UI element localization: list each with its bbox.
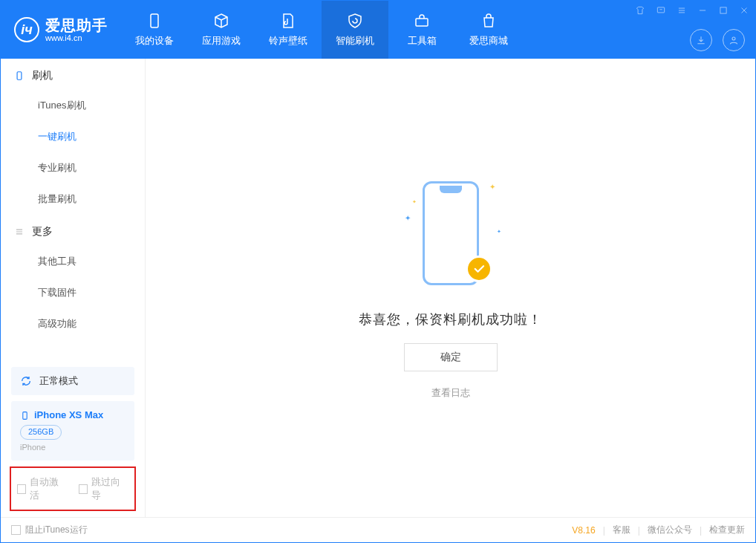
svg-rect-6	[23, 412, 27, 419]
svg-rect-5	[17, 72, 22, 80]
nav-my-device[interactable]: 我的设备	[121, 1, 188, 59]
nav-label: 铃声壁纸	[269, 34, 307, 48]
sidebar-item-batch-flash[interactable]: 批量刷机	[1, 183, 145, 215]
mode-label: 正常模式	[39, 374, 78, 388]
svg-point-4	[732, 37, 735, 40]
sidebar-item-other-tools[interactable]: 其他工具	[1, 246, 145, 277]
option-label: 阻止iTunes运行	[25, 524, 88, 536]
feedback-icon[interactable]	[654, 4, 668, 17]
view-log-link[interactable]: 查看日志	[431, 386, 470, 400]
section-title: 更多	[32, 225, 53, 238]
app-body: 刷机 iTunes刷机 一键刷机 专业刷机 批量刷机 更多 其他工具 下载固件 …	[1, 59, 755, 517]
svg-rect-3	[720, 7, 726, 13]
checkmark-badge-icon	[466, 256, 492, 282]
checkbox-icon[interactable]	[17, 484, 26, 494]
svg-rect-0	[151, 14, 158, 27]
sidebar-bottom: 正常模式 iPhone XS Max 256GB iPhone 自动激活 跳过向…	[1, 361, 145, 517]
device-capacity: 256GB	[20, 425, 62, 439]
download-button[interactable]	[690, 29, 712, 51]
sidebar-item-advanced[interactable]: 高级功能	[1, 308, 145, 339]
block-itunes-option[interactable]: 阻止iTunes运行	[11, 524, 88, 536]
nav-toolbox[interactable]: 工具箱	[388, 1, 455, 59]
top-nav: 我的设备 应用游戏 铃声壁纸 智能刷机 工具箱 爱思商城	[121, 1, 522, 59]
mode-card[interactable]: 正常模式	[11, 367, 134, 395]
menu-icon[interactable]	[675, 4, 688, 17]
ok-button[interactable]: 确定	[404, 343, 498, 371]
device-type: iPhone	[20, 442, 126, 453]
separator: |	[700, 525, 702, 536]
svg-rect-2	[657, 7, 664, 13]
shield-refresh-icon	[346, 12, 364, 30]
app-name: 爱思助手	[45, 17, 108, 33]
sparkle-icon: ✦	[497, 229, 501, 235]
section-title: 刷机	[32, 69, 53, 82]
sparkle-icon: ✦	[405, 214, 411, 222]
user-button[interactable]	[723, 29, 745, 51]
phone-icon	[14, 71, 25, 81]
logo-area: iч 爱思助手 www.i4.cn	[1, 1, 121, 59]
option-label: 自动激活	[30, 475, 67, 502]
check-update-link[interactable]: 检查更新	[709, 524, 745, 536]
auto-activate-option[interactable]: 自动激活	[17, 475, 67, 502]
svg-rect-1	[416, 19, 428, 26]
sidebar-section-flash: 刷机	[1, 59, 145, 90]
nav-label: 我的设备	[135, 34, 174, 48]
device-name: iPhone XS Max	[34, 409, 103, 422]
separator: |	[638, 525, 640, 536]
cube-icon	[212, 12, 230, 30]
toolbox-icon	[413, 12, 431, 30]
minimize-icon[interactable]	[696, 4, 709, 17]
app-logo-icon: iч	[14, 17, 39, 42]
sidebar-item-itunes-flash[interactable]: iTunes刷机	[1, 90, 145, 121]
logo-text: 爱思助手 www.i4.cn	[45, 17, 108, 42]
sidebar-section-more: 更多	[1, 215, 145, 246]
app-site: www.i4.cn	[45, 33, 108, 42]
nav-label: 应用游戏	[202, 34, 241, 48]
nav-label: 工具箱	[408, 34, 437, 48]
version-label: V8.16	[572, 525, 595, 536]
sidebar: 刷机 iTunes刷机 一键刷机 专业刷机 批量刷机 更多 其他工具 下载固件 …	[1, 59, 146, 517]
refresh-icon	[20, 375, 32, 387]
sidebar-item-pro-flash[interactable]: 专业刷机	[1, 152, 145, 183]
header-right-actions	[690, 29, 745, 51]
checkbox-icon[interactable]	[11, 525, 21, 535]
nav-ringtones-wallpapers[interactable]: 铃声壁纸	[255, 1, 322, 59]
status-bar: 阻止iTunes运行 V8.16 | 客服 | 微信公众号 | 检查更新	[1, 517, 755, 542]
separator: |	[603, 525, 605, 536]
bag-icon	[480, 12, 498, 30]
sidebar-item-download-firmware[interactable]: 下载固件	[1, 277, 145, 308]
support-link[interactable]: 客服	[613, 524, 630, 536]
nav-label: 智能刷机	[336, 34, 374, 48]
wechat-link[interactable]: 微信公众号	[648, 524, 692, 536]
tshirt-icon[interactable]	[633, 4, 647, 17]
device-icon	[20, 411, 30, 420]
music-file-icon	[279, 12, 297, 30]
list-icon	[14, 227, 25, 237]
nav-store[interactable]: 爱思商城	[455, 1, 522, 59]
skip-guide-option[interactable]: 跳过向导	[79, 475, 128, 502]
maximize-icon[interactable]	[717, 4, 730, 17]
app-header: iч 爱思助手 www.i4.cn 我的设备 应用游戏 铃声壁纸 智能刷机 工具…	[1, 1, 755, 59]
sparkle-icon: ✦	[489, 183, 495, 191]
options-highlight-box: 自动激活 跳过向导	[10, 466, 136, 511]
nav-apps-games[interactable]: 应用游戏	[188, 1, 255, 59]
nav-smart-flash[interactable]: 智能刷机	[322, 1, 388, 59]
checkbox-icon[interactable]	[79, 484, 88, 494]
sidebar-item-oneclick-flash[interactable]: 一键刷机	[1, 121, 145, 152]
close-icon[interactable]	[737, 4, 751, 17]
option-label: 跳过向导	[91, 475, 128, 502]
main-content: ✦ ✦ ✦ ✦ 恭喜您，保资料刷机成功啦！ 确定 查看日志	[146, 59, 755, 517]
nav-label: 爱思商城	[469, 34, 508, 48]
window-controls	[633, 4, 751, 17]
sparkle-icon: ✦	[412, 199, 417, 205]
success-illustration: ✦ ✦ ✦ ✦	[406, 177, 495, 296]
device-card[interactable]: iPhone XS Max 256GB iPhone	[11, 401, 134, 461]
phone-icon	[146, 12, 163, 30]
success-message: 恭喜您，保资料刷机成功啦！	[359, 310, 542, 328]
